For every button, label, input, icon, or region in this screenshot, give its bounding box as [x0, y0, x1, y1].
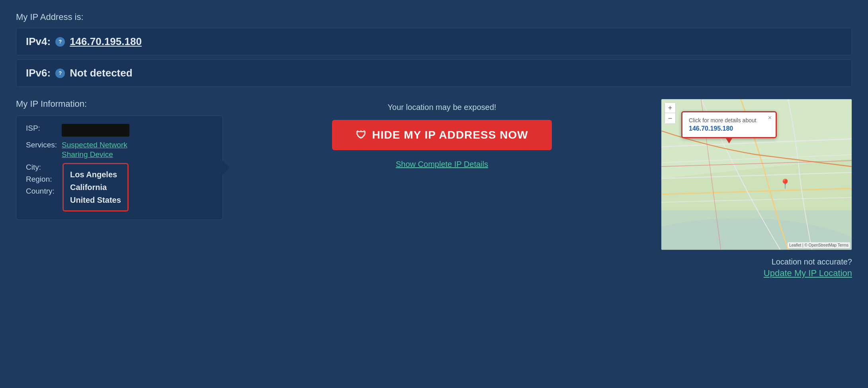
hide-btn-label: HIDE MY IP ADDRESS NOW — [372, 129, 528, 141]
isp-label: ISP: — [26, 124, 58, 133]
map-attribution: Leaflet | © OpenStreetMap Terms — [788, 242, 850, 248]
center-panel: Your location may be exposed! 🛡 HIDE MY … — [235, 99, 649, 169]
city-row: City: — [26, 163, 58, 172]
location-rows: City: Region: Country: Los Angeles Calif… — [26, 163, 213, 212]
region-value: California — [70, 181, 121, 194]
update-location-link[interactable]: Update My IP Location — [764, 268, 852, 278]
city-value: Los Angeles — [70, 168, 121, 181]
region-row: Region: — [26, 175, 58, 184]
map-zoom-out-button[interactable]: − — [665, 113, 675, 123]
main-content: My IP Information: ISP: Services: Suspec… — [16, 99, 852, 278]
city-label: City: — [26, 163, 58, 172]
location-accuracy-title: Location not accurate? — [661, 257, 852, 267]
ipv6-label: IPv6: — [26, 67, 51, 79]
ipv4-help-icon[interactable]: ? — [55, 37, 65, 47]
info-title: My IP Information: — [16, 99, 223, 109]
map-popup-ip-link[interactable]: 146.70.195.180 — [689, 125, 733, 132]
exposed-warning: Your location may be exposed! — [388, 103, 497, 112]
isp-row: ISP: — [26, 124, 213, 137]
services-link2[interactable]: Sharing Device — [62, 150, 127, 159]
left-panel: My IP Information: ISP: Services: Suspec… — [16, 99, 223, 220]
services-label: Services: — [26, 141, 58, 149]
services-row: Services: Suspected Network Sharing Devi… — [26, 141, 213, 159]
map-popup-close[interactable]: × — [768, 115, 772, 121]
map-background: + − × Click for more details about 146.7… — [661, 99, 852, 250]
location-accuracy-section: Location not accurate? Update My IP Loca… — [661, 257, 852, 278]
right-panel: + − × Click for more details about 146.7… — [661, 99, 852, 278]
map-zoom-controls: + − — [665, 102, 676, 124]
country-value: United States — [70, 194, 121, 206]
ipv4-value[interactable]: 146.70.195.180 — [70, 35, 142, 48]
country-label: Country: — [26, 187, 58, 196]
country-row: Country: — [26, 187, 58, 196]
map-popup: × Click for more details about 146.70.19… — [681, 111, 777, 138]
isp-redacted — [62, 124, 129, 137]
ipv6-row: IPv6: ? Not detected — [16, 59, 852, 87]
hide-ip-button[interactable]: 🛡 HIDE MY IP ADDRESS NOW — [332, 120, 552, 150]
services-link1[interactable]: Suspected Network — [62, 141, 127, 149]
map-popup-text: Click for more details about — [689, 117, 769, 123]
region-label: Region: — [26, 175, 58, 184]
location-box: Los Angeles California United States — [63, 163, 129, 212]
ipv4-row: IPv4: ? 146.70.195.180 — [16, 28, 852, 55]
ipv6-value: Not detected — [70, 67, 132, 79]
map-zoom-in-button[interactable]: + — [665, 103, 675, 113]
map-container: + − × Click for more details about 146.7… — [661, 99, 852, 250]
map-marker: 📍 — [779, 178, 791, 190]
ipv6-help-icon[interactable]: ? — [55, 69, 65, 78]
info-card: ISP: Services: Suspected Network Sharing… — [16, 116, 223, 220]
ipv4-label: IPv4: — [26, 35, 51, 48]
my-ip-label: My IP Address is: — [16, 12, 852, 22]
shield-icon: 🛡 — [356, 129, 367, 141]
show-details-link[interactable]: Show Complete IP Details — [396, 160, 488, 169]
